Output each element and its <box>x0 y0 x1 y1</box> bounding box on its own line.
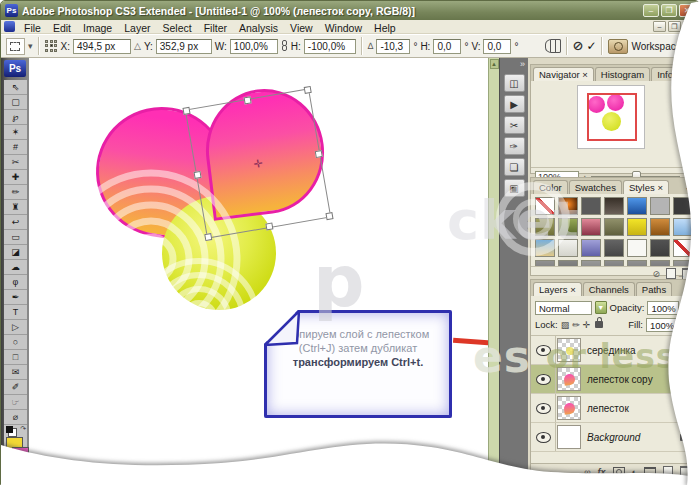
blend-mode-arrow-icon[interactable]: ▼ <box>595 301 607 314</box>
quick-selection-tool[interactable]: ✶ <box>4 125 27 140</box>
histogram-panel-icon[interactable]: ◫ <box>504 74 525 92</box>
style-swatch[interactable] <box>535 260 555 266</box>
style-swatch[interactable] <box>673 218 693 236</box>
pen-tool[interactable]: ✒ <box>4 290 27 305</box>
layers-tab-layers[interactable]: Layers × <box>533 282 582 296</box>
eraser-tool[interactable]: ▭ <box>4 230 27 245</box>
commit-transform-button[interactable]: ✓ <box>586 39 596 53</box>
layers-tab-channels[interactable]: Channels <box>583 282 635 296</box>
warp-mode-icon[interactable] <box>545 39 561 53</box>
canvas-vertical-scrollbar[interactable]: ▲ <box>488 58 499 485</box>
dodge-tool[interactable]: φ <box>4 275 27 290</box>
visibility-eye-icon[interactable] <box>536 345 551 356</box>
style-swatch[interactable] <box>673 260 693 266</box>
styles-tab-swatches[interactable]: Swatches <box>569 180 622 194</box>
ellipse-shape-tool[interactable]: ○ <box>4 335 27 350</box>
layer-comps-icon[interactable]: ▣ <box>504 179 525 197</box>
style-swatch[interactable] <box>627 239 647 257</box>
new-style-icon[interactable] <box>666 268 676 279</box>
expand-dock-icon[interactable]: » <box>500 58 528 71</box>
layer-mask-icon[interactable] <box>613 467 625 477</box>
transform-handle[interactable] <box>182 107 190 115</box>
style-swatch[interactable] <box>535 197 555 215</box>
brush-tool[interactable]: ✏ <box>4 185 27 200</box>
transform-handle[interactable] <box>325 212 333 220</box>
style-swatch[interactable] <box>650 260 670 266</box>
panel-menu-icon[interactable]: ▾≡ <box>686 72 696 81</box>
menu-image[interactable]: Image <box>77 22 118 34</box>
swap-colors-icon[interactable]: ↷ <box>20 425 26 433</box>
transform-handle[interactable] <box>315 149 323 157</box>
style-swatch[interactable] <box>627 218 647 236</box>
navigator-tab-info[interactable]: Info <box>651 67 679 81</box>
style-swatch[interactable] <box>604 239 624 257</box>
move-tool[interactable]: ⇖ <box>4 80 27 95</box>
panel-group-controls[interactable]: – × <box>679 56 696 65</box>
adjustment-layer-icon[interactable]: ◐ <box>632 467 637 477</box>
transform-handle[interactable] <box>193 170 201 178</box>
menu-file[interactable]: File <box>18 22 47 34</box>
width-input[interactable]: 100,0% <box>230 39 278 54</box>
doc-restore-button[interactable]: ❐ <box>668 21 681 32</box>
hand-tool[interactable]: ☞ <box>4 395 27 410</box>
transform-center-point[interactable]: ✛ <box>253 157 264 169</box>
clear-style-icon[interactable]: ⊘ <box>652 269 660 279</box>
notes-tool[interactable]: ✉ <box>4 365 27 380</box>
y-input[interactable]: 352,9 px <box>156 39 212 54</box>
navigator-proxy-view[interactable] <box>587 93 637 141</box>
scroll-up-button[interactable]: ▲ <box>490 59 499 69</box>
transform-handle[interactable] <box>304 86 312 94</box>
style-swatch[interactable] <box>558 197 578 215</box>
menu-filter[interactable]: Filter <box>198 22 233 34</box>
navigator-tab-histogram[interactable]: Histogram <box>595 67 650 81</box>
menu-edit[interactable]: Edit <box>47 22 77 34</box>
x-input[interactable]: 494,5 px <box>73 39 131 54</box>
layer-row[interactable]: серединка <box>531 336 698 365</box>
visibility-eye-icon[interactable] <box>536 432 551 443</box>
tool-presets-icon[interactable]: ✂ <box>504 116 525 134</box>
style-swatch[interactable] <box>604 218 624 236</box>
style-swatch[interactable] <box>535 218 555 236</box>
opacity-arrow-icon[interactable]: ▶ <box>682 301 694 314</box>
style-swatch[interactable] <box>650 218 670 236</box>
styles-tab-styles[interactable]: Styles × <box>623 180 669 194</box>
lock-all-icon[interactable] <box>595 321 603 328</box>
new-group-icon[interactable] <box>644 467 656 477</box>
layer-row[interactable]: лепесток <box>531 394 698 423</box>
style-swatch[interactable] <box>581 218 601 236</box>
close-button[interactable]: ✕ <box>679 4 695 17</box>
v-skew-input[interactable]: 0,0 <box>483 39 511 54</box>
animation-panel-icon[interactable]: ▶ <box>504 95 525 113</box>
link-layers-icon[interactable]: ∞ <box>584 467 590 477</box>
slice-tool[interactable]: ✂ <box>4 155 27 170</box>
bridge-icon[interactable] <box>608 39 628 54</box>
menu-view[interactable]: View <box>284 22 319 34</box>
layer-row[interactable]: Background <box>531 423 698 452</box>
default-colors-icon[interactable] <box>6 426 13 433</box>
style-swatch[interactable] <box>650 197 670 215</box>
opacity-field[interactable]: 100% <box>647 301 679 315</box>
blend-mode-select[interactable]: Normal <box>535 301 592 315</box>
eyedropper-tool[interactable]: ✐ <box>4 380 27 395</box>
minimize-button[interactable]: – <box>643 4 659 17</box>
style-swatch[interactable] <box>535 239 555 257</box>
workspace-button[interactable]: Workspace ▼ <box>631 41 694 52</box>
document-canvas[interactable]: ✛ Копируем слой с лепестком (Ctrl+J) зат… <box>29 58 488 485</box>
fill-arrow-icon[interactable]: ▶ <box>681 318 694 331</box>
style-swatch[interactable] <box>581 239 601 257</box>
lock-position-icon[interactable]: ✛ <box>583 320 591 330</box>
lock-pixels-icon[interactable]: ✏ <box>572 320 580 330</box>
lasso-tool[interactable]: ℘ <box>4 110 27 125</box>
angle-input[interactable]: -10,3 <box>376 39 410 54</box>
panel-menu-icon[interactable]: ▾≡ <box>686 185 696 194</box>
transform-handle[interactable] <box>204 233 212 241</box>
relative-position-icon[interactable]: △ <box>134 41 141 51</box>
style-swatch[interactable] <box>604 260 624 266</box>
blur-tool[interactable]: ☁ <box>4 260 27 275</box>
transform-tool-icon[interactable] <box>6 38 25 55</box>
style-swatch[interactable] <box>650 239 670 257</box>
style-swatch[interactable] <box>558 218 578 236</box>
history-brush-tool[interactable]: ↩ <box>4 215 27 230</box>
style-swatch[interactable] <box>604 197 624 215</box>
h-skew-input[interactable]: 0,0 <box>433 39 461 54</box>
